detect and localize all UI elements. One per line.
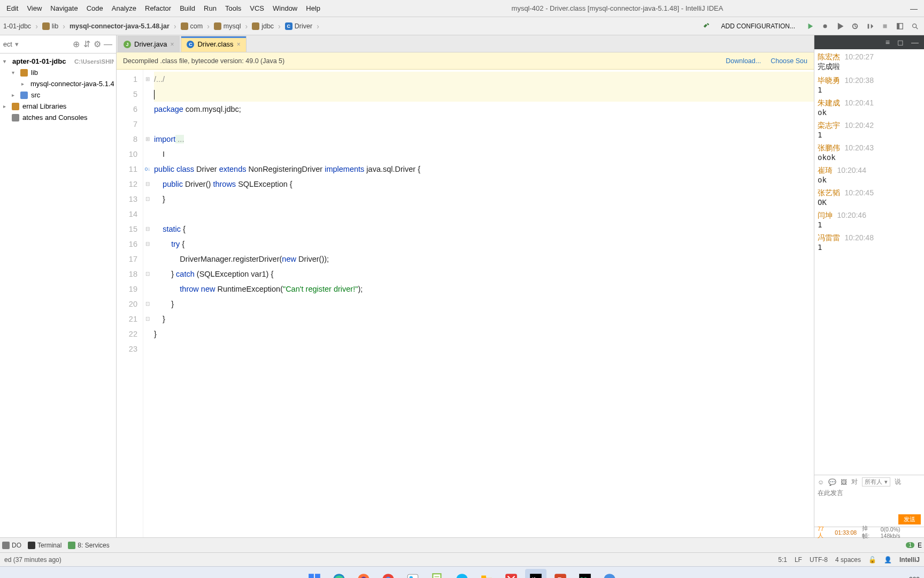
fold-toggle-icon[interactable]: ⊞ (143, 72, 152, 87)
menu-build[interactable]: Build (175, 4, 199, 12)
file-encoding[interactable]: UTF-8 (810, 556, 828, 564)
download-sources-link[interactable]: Download... (726, 57, 761, 65)
event-log-toolwindow[interactable]: E (918, 542, 922, 549)
image-icon[interactable]: 🖼 (841, 478, 847, 486)
caret-position[interactable]: 5:1 (778, 556, 787, 564)
search-everywhere-icon[interactable] (909, 20, 921, 32)
inspections-icon[interactable]: 👤 (884, 556, 892, 564)
fold-toggle-icon[interactable]: ⊞ (143, 132, 152, 147)
chrome-icon[interactable] (378, 569, 399, 579)
taskbar-clock[interactable]: 202 (909, 576, 920, 579)
stop-icon[interactable] (879, 20, 891, 32)
svg-point-29 (604, 574, 615, 578)
chat-message: 朱建成 10:20:41ok (818, 98, 921, 117)
tree-scratches[interactable]: atches and Consoles (2, 112, 114, 123)
readonly-icon[interactable]: 🔓 (868, 556, 876, 564)
recipient-select[interactable]: 所有人▾ (862, 477, 890, 486)
add-configuration-button[interactable]: ADD CONFIGURATION... (715, 20, 801, 33)
menu-run[interactable]: Run (199, 4, 221, 12)
popout-icon[interactable]: ◻ (897, 38, 904, 47)
project-view-selector[interactable]: ect ▾ (3, 40, 70, 48)
settings-icon[interactable]: ⚙ (93, 40, 102, 49)
chat-message-list[interactable]: 陈宏杰 10:20:27完成啦 毕晓勇 10:20:381 朱建成 10:20:… (814, 49, 924, 475)
fold-toggle-icon[interactable]: ⊟ (143, 222, 152, 237)
tree-jar[interactable]: ▸ mysql-connector-java-5.1.48.jar (2, 78, 114, 89)
build-icon[interactable] (700, 20, 712, 32)
terminal-toolwindow[interactable]: Terminal (28, 542, 61, 549)
services-toolwindow[interactable]: 8: Services (68, 542, 109, 549)
send-button[interactable]: 发送 (898, 514, 921, 524)
indent-settings[interactable]: 4 spaces (835, 556, 861, 564)
event-badge[interactable]: 1 (906, 542, 914, 548)
code-area[interactable]: 1 5 6 7 8 10 11 12 13 14 15 16 17 18 19 … (117, 70, 814, 537)
intellij-icon[interactable]: IJ (525, 569, 546, 579)
line-number-gutter[interactable]: 1 5 6 7 8 10 11 12 13 14 15 16 17 18 19 … (117, 70, 143, 537)
window-minimize-icon[interactable]: — (910, 4, 918, 13)
menu-window[interactable]: Window (268, 4, 302, 12)
menu-tools[interactable]: Tools (221, 4, 245, 12)
fold-toggle-icon[interactable]: ⊡ (143, 267, 152, 282)
tree-external-libs[interactable]: ▸ ernal Libraries (2, 101, 114, 112)
locate-icon[interactable]: ⊕ (71, 40, 81, 49)
datagrip-icon[interactable]: DG (574, 569, 596, 579)
menu-edit[interactable]: Edit (2, 4, 22, 12)
fold-gutter[interactable]: ⊞ ⊞ o↓ ⊟ ⊡ ⊟ ⊟ ⊡ ⊡ ⊡ (143, 70, 152, 537)
menu-refactor[interactable]: Refactor (141, 4, 175, 12)
paint-icon[interactable] (402, 569, 424, 579)
edge-icon[interactable] (328, 569, 350, 579)
tree-src[interactable]: ▸ src (2, 89, 114, 101)
crumb-module[interactable]: 1-01-jdbc (0, 22, 34, 30)
tab-driver-java[interactable]: J Driver.java × (118, 36, 180, 52)
start-button[interactable] (304, 569, 325, 579)
close-tab-icon[interactable]: × (170, 41, 174, 48)
choose-sources-link[interactable]: Choose Sou (771, 57, 807, 65)
wechat-work-icon[interactable] (599, 569, 620, 579)
crumb-jar[interactable]: mysql-connector-java-5.1.48.jar (66, 22, 173, 30)
profiler-icon[interactable] (849, 20, 861, 32)
menu-help[interactable]: Help (302, 4, 325, 12)
menu-analyze[interactable]: Analyze (107, 4, 141, 12)
fold-toggle-icon[interactable]: ⊟ (143, 237, 152, 252)
xmind-icon[interactable] (500, 569, 522, 579)
menu-view[interactable]: View (22, 4, 46, 12)
attach-icon[interactable] (864, 20, 876, 32)
collapse-all-icon[interactable]: ⇵ (82, 40, 91, 49)
override-icon[interactable]: o↓ (143, 162, 152, 177)
fold-toggle-icon[interactable]: ⊡ (143, 192, 152, 207)
fold-toggle-icon[interactable]: ⊟ (143, 177, 152, 192)
crumb-class[interactable]: CDriver (282, 22, 315, 30)
emoji-icon[interactable]: ☺ (818, 478, 824, 486)
minimize-chat-icon[interactable]: — (911, 38, 919, 47)
menu-vcs[interactable]: VCS (245, 4, 268, 12)
chat-bubble-icon[interactable]: 💬 (828, 478, 836, 486)
tree-lib[interactable]: ▾ lib (2, 67, 114, 78)
todo-toolwindow[interactable]: DO (2, 542, 21, 549)
crumb-com[interactable]: com (178, 22, 206, 30)
tree-root[interactable]: ▾ apter-01-01-jdbc C:\Users\SHINIAN\ (2, 56, 114, 67)
crumb-lib[interactable]: lib (39, 22, 62, 30)
debug-icon[interactable] (819, 20, 831, 32)
chat-message: 崔琦 10:20:44ok (818, 166, 921, 184)
notepad-icon[interactable] (427, 569, 448, 579)
powerpoint-icon[interactable]: P (550, 569, 571, 579)
crumb-jdbc[interactable]: jdbc (249, 22, 277, 30)
menu-code[interactable]: Code (82, 4, 107, 12)
qq-icon[interactable] (451, 569, 473, 579)
line-separator[interactable]: LF (795, 556, 802, 564)
menu-navigate[interactable]: Navigate (46, 4, 82, 12)
tab-driver-class[interactable]: C Driver.class × (181, 36, 246, 52)
crumb-mysql[interactable]: mysql (211, 22, 244, 30)
chat-text-input[interactable] (818, 486, 921, 512)
code-text[interactable]: /.../ package com.mysql.jdbc; import ...… (152, 70, 814, 537)
explorer-icon[interactable] (476, 569, 497, 579)
layout-icon[interactable] (894, 20, 906, 32)
coverage-icon[interactable] (834, 20, 846, 32)
fold-toggle-icon[interactable]: ⊡ (143, 311, 152, 326)
firefox-icon[interactable] (353, 569, 374, 579)
hide-icon[interactable]: — (103, 40, 113, 49)
close-tab-icon[interactable]: × (237, 41, 241, 48)
chat-message: 栾志宇 10:20:421 (818, 121, 921, 139)
list-view-icon[interactable]: ≡ (886, 38, 890, 47)
fold-toggle-icon[interactable]: ⊡ (143, 296, 152, 311)
run-icon[interactable] (804, 20, 816, 32)
